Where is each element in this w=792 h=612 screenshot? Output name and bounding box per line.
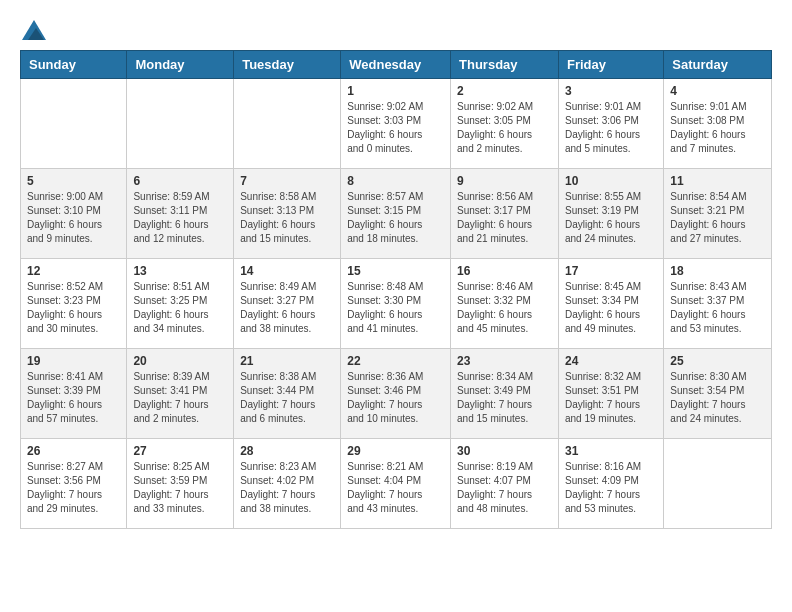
day-info-17: Sunrise: 8:45 AM Sunset: 3:34 PM Dayligh…	[565, 280, 657, 336]
day-cell-27: 27Sunrise: 8:25 AM Sunset: 3:59 PM Dayli…	[127, 439, 234, 529]
day-info-2: Sunrise: 9:02 AM Sunset: 3:05 PM Dayligh…	[457, 100, 552, 156]
day-cell-5: 5Sunrise: 9:00 AM Sunset: 3:10 PM Daylig…	[21, 169, 127, 259]
empty-cell	[21, 79, 127, 169]
day-cell-20: 20Sunrise: 8:39 AM Sunset: 3:41 PM Dayli…	[127, 349, 234, 439]
day-cell-26: 26Sunrise: 8:27 AM Sunset: 3:56 PM Dayli…	[21, 439, 127, 529]
day-cell-28: 28Sunrise: 8:23 AM Sunset: 4:02 PM Dayli…	[234, 439, 341, 529]
day-cell-31: 31Sunrise: 8:16 AM Sunset: 4:09 PM Dayli…	[558, 439, 663, 529]
day-number-17: 17	[565, 264, 657, 278]
logo	[20, 20, 46, 40]
day-cell-12: 12Sunrise: 8:52 AM Sunset: 3:23 PM Dayli…	[21, 259, 127, 349]
day-number-19: 19	[27, 354, 120, 368]
day-number-26: 26	[27, 444, 120, 458]
day-cell-2: 2Sunrise: 9:02 AM Sunset: 3:05 PM Daylig…	[451, 79, 559, 169]
day-cell-7: 7Sunrise: 8:58 AM Sunset: 3:13 PM Daylig…	[234, 169, 341, 259]
day-info-1: Sunrise: 9:02 AM Sunset: 3:03 PM Dayligh…	[347, 100, 444, 156]
day-number-14: 14	[240, 264, 334, 278]
day-cell-10: 10Sunrise: 8:55 AM Sunset: 3:19 PM Dayli…	[558, 169, 663, 259]
day-number-24: 24	[565, 354, 657, 368]
day-info-25: Sunrise: 8:30 AM Sunset: 3:54 PM Dayligh…	[670, 370, 765, 426]
day-info-24: Sunrise: 8:32 AM Sunset: 3:51 PM Dayligh…	[565, 370, 657, 426]
header-day-sunday: Sunday	[21, 51, 127, 79]
day-number-15: 15	[347, 264, 444, 278]
day-cell-25: 25Sunrise: 8:30 AM Sunset: 3:54 PM Dayli…	[664, 349, 772, 439]
day-info-31: Sunrise: 8:16 AM Sunset: 4:09 PM Dayligh…	[565, 460, 657, 516]
week-row-2: 5Sunrise: 9:00 AM Sunset: 3:10 PM Daylig…	[21, 169, 772, 259]
day-info-29: Sunrise: 8:21 AM Sunset: 4:04 PM Dayligh…	[347, 460, 444, 516]
day-cell-9: 9Sunrise: 8:56 AM Sunset: 3:17 PM Daylig…	[451, 169, 559, 259]
day-number-25: 25	[670, 354, 765, 368]
day-info-16: Sunrise: 8:46 AM Sunset: 3:32 PM Dayligh…	[457, 280, 552, 336]
day-cell-4: 4Sunrise: 9:01 AM Sunset: 3:08 PM Daylig…	[664, 79, 772, 169]
day-info-9: Sunrise: 8:56 AM Sunset: 3:17 PM Dayligh…	[457, 190, 552, 246]
day-cell-11: 11Sunrise: 8:54 AM Sunset: 3:21 PM Dayli…	[664, 169, 772, 259]
day-info-12: Sunrise: 8:52 AM Sunset: 3:23 PM Dayligh…	[27, 280, 120, 336]
day-number-11: 11	[670, 174, 765, 188]
day-number-3: 3	[565, 84, 657, 98]
day-info-15: Sunrise: 8:48 AM Sunset: 3:30 PM Dayligh…	[347, 280, 444, 336]
calendar-table: SundayMondayTuesdayWednesdayThursdayFrid…	[20, 50, 772, 529]
header-day-monday: Monday	[127, 51, 234, 79]
day-cell-29: 29Sunrise: 8:21 AM Sunset: 4:04 PM Dayli…	[341, 439, 451, 529]
day-info-18: Sunrise: 8:43 AM Sunset: 3:37 PM Dayligh…	[670, 280, 765, 336]
day-info-7: Sunrise: 8:58 AM Sunset: 3:13 PM Dayligh…	[240, 190, 334, 246]
day-info-22: Sunrise: 8:36 AM Sunset: 3:46 PM Dayligh…	[347, 370, 444, 426]
week-row-4: 19Sunrise: 8:41 AM Sunset: 3:39 PM Dayli…	[21, 349, 772, 439]
day-info-20: Sunrise: 8:39 AM Sunset: 3:41 PM Dayligh…	[133, 370, 227, 426]
day-number-6: 6	[133, 174, 227, 188]
day-number-16: 16	[457, 264, 552, 278]
day-cell-18: 18Sunrise: 8:43 AM Sunset: 3:37 PM Dayli…	[664, 259, 772, 349]
day-info-5: Sunrise: 9:00 AM Sunset: 3:10 PM Dayligh…	[27, 190, 120, 246]
day-number-21: 21	[240, 354, 334, 368]
day-cell-23: 23Sunrise: 8:34 AM Sunset: 3:49 PM Dayli…	[451, 349, 559, 439]
day-info-26: Sunrise: 8:27 AM Sunset: 3:56 PM Dayligh…	[27, 460, 120, 516]
empty-cell	[234, 79, 341, 169]
day-info-27: Sunrise: 8:25 AM Sunset: 3:59 PM Dayligh…	[133, 460, 227, 516]
day-cell-21: 21Sunrise: 8:38 AM Sunset: 3:44 PM Dayli…	[234, 349, 341, 439]
day-info-28: Sunrise: 8:23 AM Sunset: 4:02 PM Dayligh…	[240, 460, 334, 516]
day-info-3: Sunrise: 9:01 AM Sunset: 3:06 PM Dayligh…	[565, 100, 657, 156]
day-info-30: Sunrise: 8:19 AM Sunset: 4:07 PM Dayligh…	[457, 460, 552, 516]
day-number-28: 28	[240, 444, 334, 458]
week-row-5: 26Sunrise: 8:27 AM Sunset: 3:56 PM Dayli…	[21, 439, 772, 529]
day-cell-13: 13Sunrise: 8:51 AM Sunset: 3:25 PM Dayli…	[127, 259, 234, 349]
day-number-5: 5	[27, 174, 120, 188]
day-cell-24: 24Sunrise: 8:32 AM Sunset: 3:51 PM Dayli…	[558, 349, 663, 439]
day-info-14: Sunrise: 8:49 AM Sunset: 3:27 PM Dayligh…	[240, 280, 334, 336]
day-number-2: 2	[457, 84, 552, 98]
header-day-thursday: Thursday	[451, 51, 559, 79]
day-cell-17: 17Sunrise: 8:45 AM Sunset: 3:34 PM Dayli…	[558, 259, 663, 349]
week-row-1: 1Sunrise: 9:02 AM Sunset: 3:03 PM Daylig…	[21, 79, 772, 169]
day-number-12: 12	[27, 264, 120, 278]
day-number-27: 27	[133, 444, 227, 458]
empty-cell	[127, 79, 234, 169]
day-number-13: 13	[133, 264, 227, 278]
week-row-3: 12Sunrise: 8:52 AM Sunset: 3:23 PM Dayli…	[21, 259, 772, 349]
day-cell-14: 14Sunrise: 8:49 AM Sunset: 3:27 PM Dayli…	[234, 259, 341, 349]
day-number-30: 30	[457, 444, 552, 458]
page-header	[20, 20, 772, 40]
day-info-21: Sunrise: 8:38 AM Sunset: 3:44 PM Dayligh…	[240, 370, 334, 426]
day-info-10: Sunrise: 8:55 AM Sunset: 3:19 PM Dayligh…	[565, 190, 657, 246]
header-day-saturday: Saturday	[664, 51, 772, 79]
day-number-20: 20	[133, 354, 227, 368]
day-cell-3: 3Sunrise: 9:01 AM Sunset: 3:06 PM Daylig…	[558, 79, 663, 169]
day-number-7: 7	[240, 174, 334, 188]
day-number-9: 9	[457, 174, 552, 188]
day-info-8: Sunrise: 8:57 AM Sunset: 3:15 PM Dayligh…	[347, 190, 444, 246]
day-cell-6: 6Sunrise: 8:59 AM Sunset: 3:11 PM Daylig…	[127, 169, 234, 259]
day-number-23: 23	[457, 354, 552, 368]
day-cell-22: 22Sunrise: 8:36 AM Sunset: 3:46 PM Dayli…	[341, 349, 451, 439]
header-day-wednesday: Wednesday	[341, 51, 451, 79]
day-cell-8: 8Sunrise: 8:57 AM Sunset: 3:15 PM Daylig…	[341, 169, 451, 259]
day-number-10: 10	[565, 174, 657, 188]
day-number-18: 18	[670, 264, 765, 278]
day-cell-30: 30Sunrise: 8:19 AM Sunset: 4:07 PM Dayli…	[451, 439, 559, 529]
day-cell-16: 16Sunrise: 8:46 AM Sunset: 3:32 PM Dayli…	[451, 259, 559, 349]
day-info-4: Sunrise: 9:01 AM Sunset: 3:08 PM Dayligh…	[670, 100, 765, 156]
day-cell-19: 19Sunrise: 8:41 AM Sunset: 3:39 PM Dayli…	[21, 349, 127, 439]
header-day-tuesday: Tuesday	[234, 51, 341, 79]
day-number-29: 29	[347, 444, 444, 458]
day-info-13: Sunrise: 8:51 AM Sunset: 3:25 PM Dayligh…	[133, 280, 227, 336]
day-cell-1: 1Sunrise: 9:02 AM Sunset: 3:03 PM Daylig…	[341, 79, 451, 169]
